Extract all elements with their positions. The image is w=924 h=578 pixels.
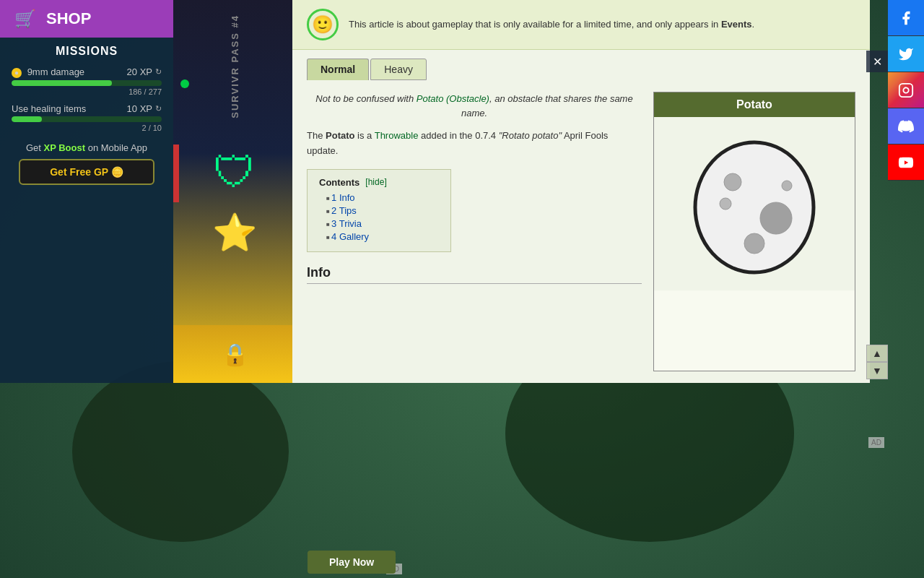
svg-point-4 [744, 233, 764, 254]
update-name: "Rotato potato" [499, 130, 562, 141]
contents-item-2: 2 Tips [326, 205, 439, 216]
infobox: Potato [653, 92, 855, 371]
infobox-title: Potato [654, 92, 855, 117]
content-with-infobox: Not to be confused with Potato (Obstacle… [307, 92, 855, 371]
contents-link-2[interactable]: 2 Tips [331, 205, 357, 216]
progress-text-1: 186 / 277 [12, 87, 162, 96]
left-sidebar: 🛒 SHOP MISSIONS ● 9mm damage 20 XP ↻ 186… [0, 0, 173, 383]
mission-name-2: Use healing items [12, 103, 86, 114]
confusion-note: Not to be confused with Potato (Obstacle… [307, 92, 642, 120]
pass-yellow-bottom: 🔒 [173, 325, 296, 383]
right-social-bar [888, 0, 924, 181]
twitter-button[interactable] [888, 36, 924, 72]
wiki-modal: 🙂 This article is about gameplay that is… [292, 0, 870, 383]
mission-row-2: Use healing items 10 XP ↻ [12, 103, 162, 114]
free-gp-button[interactable]: Get Free GP 🪙 [19, 159, 154, 185]
wiki-content: Not to be confused with Potato (Obstacle… [292, 80, 870, 383]
refresh-icon-2: ↻ [155, 104, 162, 113]
contents-hide-link[interactable]: [hide] [365, 177, 386, 187]
ad-badge-1: AD [868, 437, 884, 448]
svg-point-5 [782, 181, 792, 191]
info-section-heading: Info [307, 265, 642, 284]
notice-events-link[interactable]: Events [721, 19, 752, 30]
scroll-arrows: ▲ ▼ [866, 345, 888, 379]
mission-item-1: ● 9mm damage 20 XP ↻ 186 / 277 [12, 66, 162, 96]
instagram-icon [898, 82, 914, 98]
discord-button[interactable] [888, 108, 924, 144]
item-name-bold: Potato [326, 130, 354, 141]
scroll-down-button[interactable]: ▼ [866, 362, 888, 379]
contents-item-3: 3 Trivia [326, 218, 439, 229]
mission-item-2: Use healing items 10 XP ↻ 2 / 10 [12, 103, 162, 132]
contents-item-1: 1 Info [326, 192, 439, 203]
intro-text: The Potato is a Throwable added in the 0… [307, 129, 642, 159]
contents-link-1[interactable]: 1 Info [331, 192, 355, 203]
bottom-button-area: Play Now [303, 546, 400, 578]
twitter-icon [898, 46, 914, 62]
contents-link-4[interactable]: 4 Gallery [331, 231, 369, 242]
progress-text-2: 2 / 10 [12, 124, 162, 132]
missions-section: MISSIONS ● 9mm damage 20 XP ↻ 186 / 277 [0, 38, 173, 192]
xp-boost-banner: Get XP Boost on Mobile App [19, 142, 154, 153]
throwable-link[interactable]: Throwable [375, 130, 419, 141]
shop-button[interactable]: 🛒 SHOP [0, 0, 173, 38]
discord-icon [898, 118, 914, 134]
cart-icon: 🛒 [14, 9, 36, 29]
tab-bar: Normal Heavy [292, 50, 870, 80]
scroll-up-button[interactable]: ▲ [866, 345, 888, 362]
mission-row-1: ● 9mm damage 20 XP ↻ [12, 66, 162, 78]
potato-image [682, 124, 827, 283]
progress-bar-bg-1 [12, 80, 162, 86]
notice-text: This article is about gameplay that is o… [349, 18, 754, 31]
modal-close-button[interactable]: ✕ [866, 51, 888, 72]
contents-label: Contents [319, 177, 359, 188]
pass-red-bar [173, 144, 179, 202]
left-col: Not to be confused with Potato (Obstacle… [307, 92, 642, 371]
contents-list: 1 Info 2 Tips 3 Trivia 4 Gallery [319, 192, 439, 242]
mission-xp-1: 20 XP ↻ [127, 66, 162, 77]
infobox-image [654, 117, 855, 290]
facebook-icon [898, 10, 914, 26]
contents-box: Contents [hide] 1 Info 2 Tips 3 Trivia 4… [307, 169, 451, 252]
survivor-pass-label: SURVIVR PASS #4 [230, 14, 240, 118]
contents-link-3[interactable]: 3 Trivia [331, 218, 362, 229]
progress-bar-bg-2 [12, 116, 162, 122]
mission-name-1: ● 9mm damage [12, 66, 84, 78]
tab-normal[interactable]: Normal [307, 59, 369, 80]
progress-bar-fill-2 [12, 116, 42, 122]
facebook-button[interactable] [888, 0, 924, 36]
pass-green-dot [180, 79, 189, 88]
smiley-icon: 🙂 [307, 9, 339, 40]
notice-bar: 🙂 This article is about gameplay that is… [292, 0, 870, 50]
free-gp-label: Get Free GP 🪙 [50, 166, 123, 178]
tab-heavy[interactable]: Heavy [370, 59, 427, 80]
contents-header: Contents [hide] [319, 177, 439, 188]
play-now-button[interactable]: Play Now [308, 551, 396, 574]
progress-bar-fill-1 [12, 80, 112, 86]
mission-xp-2: 10 XP ↻ [127, 103, 162, 114]
pass-lock-icon: 🔒 [222, 342, 248, 367]
survivor-pass: SURVIVR PASS #4 🛡 ⭐ 🔒 [173, 0, 296, 383]
svg-point-3 [760, 202, 792, 234]
bg-decoration-1 [72, 361, 289, 542]
svg-point-2 [720, 198, 731, 210]
ammo-icon: ● [12, 68, 22, 78]
youtube-icon [898, 155, 914, 171]
svg-point-1 [724, 173, 741, 191]
refresh-icon-1: ↻ [155, 67, 162, 77]
shop-label: SHOP [46, 9, 91, 28]
instagram-button[interactable] [888, 72, 924, 108]
xp-boost-highlight: XP Boost [44, 142, 86, 153]
missions-title: MISSIONS [12, 45, 162, 58]
pass-shield-icon: 🛡 [213, 147, 256, 197]
svg-rect-6 [899, 83, 912, 96]
confusion-link[interactable]: Potato (Obstacle) [417, 93, 489, 104]
contents-item-4: 4 Gallery [326, 231, 439, 242]
youtube-button[interactable] [888, 144, 924, 181]
pass-star-icon: ⭐ [212, 212, 257, 254]
